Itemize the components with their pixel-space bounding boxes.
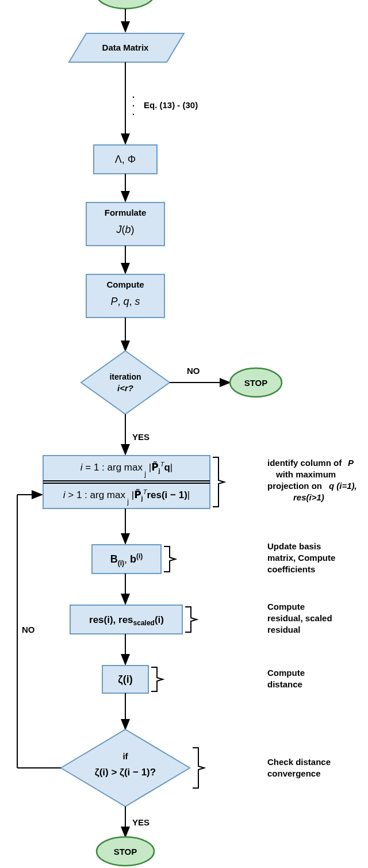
- anno-res-l1: Compute: [267, 602, 305, 611]
- conv-expr: ζ(i) > ζ(i − 1)?: [95, 767, 156, 778]
- yes-label-2: YES: [132, 817, 150, 827]
- lambda-phi-label: Λ, Φ: [115, 154, 136, 165]
- compute-expr: P, q, s: [110, 296, 140, 307]
- anno-conv-l2: convergence: [267, 768, 321, 778]
- anno-argmax-l2: with maximum: [275, 469, 336, 479]
- no-label-2: NO: [22, 625, 35, 634]
- flowchart-diagram: Data Matrix . . . Eq. (13) - (30) Λ, Φ F…: [0, 0, 368, 868]
- anno-res-l2: residual, scaled: [267, 613, 332, 623]
- formulate-title: Formulate: [105, 208, 147, 217]
- anno-basis-l3: coefficients: [267, 564, 315, 574]
- eq-ref-label: Eq. (13) - (30): [144, 100, 198, 110]
- anno-argmax-l1: identify column of: [267, 458, 342, 468]
- compute-title: Compute: [107, 280, 144, 289]
- zeta-expr: ζ(i): [118, 674, 132, 686]
- anno-basis-l1: Update basis: [267, 541, 321, 551]
- anno-basis-l2: matrix, Compute: [267, 553, 335, 563]
- yes-label-1: YES: [132, 432, 150, 442]
- anno-zeta-l1: Compute: [267, 668, 305, 678]
- anno-argmax-P: P: [348, 458, 354, 468]
- anno-argmax-res: res(i>1): [293, 492, 324, 502]
- formulate-expr: J(b): [116, 224, 134, 235]
- svg-text:.: .: [132, 107, 135, 117]
- stop-label-2: STOP: [114, 847, 137, 856]
- start-terminator: [97, 0, 154, 9]
- anno-zeta-l2: distance: [267, 679, 302, 689]
- if-label: if: [122, 751, 128, 761]
- anno-res-l3: residual: [267, 625, 301, 634]
- anno-argmax-l3: projection on: [267, 481, 322, 491]
- anno-conv-l1: Check distance: [267, 757, 331, 767]
- iter-cond: i<r?: [117, 383, 133, 393]
- iter-text: iteration: [109, 372, 141, 381]
- iteration-decision: [81, 351, 170, 414]
- no-label-1: NO: [187, 366, 200, 376]
- data-matrix-label: Data Matrix: [102, 43, 150, 52]
- anno-argmax-q: q (i=1),: [329, 481, 357, 491]
- stop-label-1: STOP: [244, 378, 268, 388]
